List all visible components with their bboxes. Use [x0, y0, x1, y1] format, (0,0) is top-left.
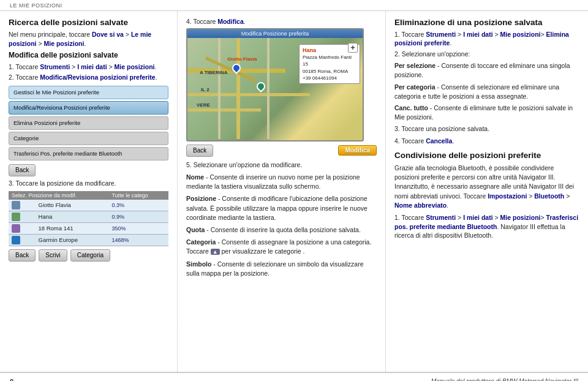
header-title: Le mie posizioni: [10, 2, 62, 9]
table-categoria-button[interactable]: Categoria: [70, 249, 110, 262]
right-step1: 1. Toccare Strumenti > I miei dati > Mie…: [394, 30, 579, 48]
page-footer: 8 Manuale del produttore di BMW Motorrad…: [0, 372, 588, 381]
row-icon: [12, 213, 20, 221]
row-pct: 0.9%: [109, 211, 169, 222]
row-pct: 1468%: [109, 234, 169, 246]
table-header-cat: Tutte le catego: [109, 191, 169, 200]
mid-column: 4. Toccare Modifica. Modifica Posizione …: [178, 11, 386, 372]
map-info-phone: +39 064461094: [303, 75, 356, 81]
table-buttons: Back Scrivi Categoria: [9, 249, 168, 262]
table-row: Hana0.9%: [9, 211, 168, 222]
posizione-desc: Posizione - Consente di modificare l'ubi…: [186, 194, 377, 222]
step1-label: 1. Toccare Strumenti > I miei dati > Mie…: [9, 62, 168, 72]
section1-link3[interactable]: Mie posizioni: [43, 40, 84, 47]
right-stepb1: 1. Toccare Strumenti > I miei dati > Mie…: [394, 213, 579, 240]
row-name: Giotto Flavia: [36, 200, 109, 211]
map-info-city: 00185 Roma, ROMA: [303, 68, 356, 75]
row-name: 18 Roma 141: [36, 222, 109, 234]
map-info-street: Piazza Manfredo Fanti: [303, 54, 356, 61]
map-info-num: 15: [303, 61, 356, 67]
step2-label: 2. Toccare Modifica/Revisiona posizioni …: [9, 73, 168, 82]
back-button-1[interactable]: Back: [9, 164, 36, 176]
menu-item-gestisci[interactable]: Gestisci le Mie Posizioni preferite: [9, 86, 168, 99]
footer-title: Manuale del produttore di BMW Motorrad N…: [431, 378, 578, 381]
row-icon: [12, 224, 20, 233]
section1-link1[interactable]: Dove si va: [92, 31, 124, 38]
map-pin-2: [255, 80, 267, 92]
row-name: Hana: [36, 211, 109, 222]
step3-label: 3. Toccare la posizione da modificare.: [9, 179, 168, 188]
row-icon: [12, 236, 20, 244]
table-row: Garmin Europe1468%: [9, 234, 168, 246]
table-row: Giotto Flavia0.3%: [9, 200, 168, 211]
table-header-name: Selez. Posizione da modif.: [9, 191, 109, 200]
menu-item-modifica[interactable]: Modifica/Revisiona Posizioni preferite: [9, 101, 168, 115]
right-step3: 3. Toccare una posizione salvata.: [394, 124, 579, 134]
page-header: Le mie posizioni: [0, 0, 588, 11]
row-icon: [12, 201, 20, 209]
section2-title: Modifica delle posizioni salvate: [9, 51, 168, 61]
canc-tutto-desc: Canc. tutto - Consente di eliminare tutt…: [394, 104, 579, 122]
main-content: Ricerca delle posizioni salvate Nel menu…: [0, 11, 588, 372]
row-pct: 350%: [109, 222, 169, 234]
map-back-button[interactable]: Back: [186, 145, 213, 157]
menu-item-bluetooth[interactable]: Trasferisci Pos. preferite mediante Blue…: [9, 147, 168, 160]
map-vere-label: VERE: [197, 102, 210, 108]
table-scrivi-button[interactable]: Scrivi: [39, 249, 67, 262]
row-pct: 0.3%: [109, 200, 169, 211]
right-section2-desc: Grazie alla tecnologia Bluetooth, è poss…: [394, 164, 579, 210]
footer-page-num: 8: [10, 378, 13, 382]
zoom-plus-icon[interactable]: +: [348, 43, 358, 53]
map-il2-label: IL 2: [201, 87, 209, 92]
right-section1-title: Eliminazione di una posizione salvata: [394, 17, 579, 28]
per-categoria-desc: Per categoria - Consente di selezionare …: [394, 83, 579, 101]
simbolo-desc: Simbolo - Consente di selezionare un sim…: [186, 260, 377, 278]
right-section2-title: Condivisione delle posizioni preferite: [394, 150, 579, 161]
menu-item-categorie[interactable]: Categorie: [9, 132, 168, 145]
map-place-label: Giotto Flavia: [227, 56, 257, 62]
gps-map-header: Modifica Posizione preferita: [187, 29, 363, 38]
section1-desc: Nel menu principale, toccare Dove si va …: [9, 30, 168, 48]
left-column: Ricerca delle posizioni salvate Nel menu…: [0, 11, 178, 372]
right-step4: 4. Toccare Cancella.: [394, 137, 579, 146]
map-modifica-button[interactable]: Modifica: [338, 145, 377, 156]
map-bottom-buttons: Back Modifica: [186, 145, 377, 157]
step4-label: 4. Toccare Modifica.: [186, 17, 377, 26]
quota-desc: Quota - Consente di inserire la quota de…: [186, 225, 377, 235]
gps-positions-table: Selez. Posizione da modif. Tutte le cate…: [9, 191, 168, 246]
gps-map-body: A TIBERINA IL 2 VERE Giotto Flavia Hana …: [187, 38, 363, 139]
menu-list: Gestisci le Mie Posizioni preferite Modi…: [9, 86, 168, 160]
table-back-button[interactable]: Back: [9, 249, 36, 262]
gps-map: Modifica Posizione preferita A TIBERINA …: [186, 28, 364, 141]
menu-item-elimina[interactable]: Elimina Posizioni preferite: [9, 116, 168, 130]
categoria-desc: Categoria - Consente di assegnare la pos…: [186, 238, 377, 256]
nome-desc: Nome - Consente di inserire un nuovo nom…: [186, 173, 377, 191]
per-selezione-desc: Per selezione - Consente di toccare ed e…: [394, 61, 579, 80]
row-name: Garmin Europe: [36, 234, 109, 246]
section1-title: Ricerca delle posizioni salvate: [9, 17, 168, 28]
right-column: Eliminazione di una posizione salvata 1.…: [386, 11, 588, 372]
right-step2: 2. Selezionare un'opzione:: [394, 50, 579, 59]
step5-text: 5. Selezionare un'opzione da modificare.: [186, 160, 377, 170]
table-row: 18 Roma 141350%: [9, 222, 168, 234]
map-tiberina-label: A TIBERINA: [200, 70, 227, 75]
categoria-icon: ▲: [211, 249, 220, 255]
step5-content: 5. Selezionare un'opzione da modificare.…: [186, 160, 377, 278]
